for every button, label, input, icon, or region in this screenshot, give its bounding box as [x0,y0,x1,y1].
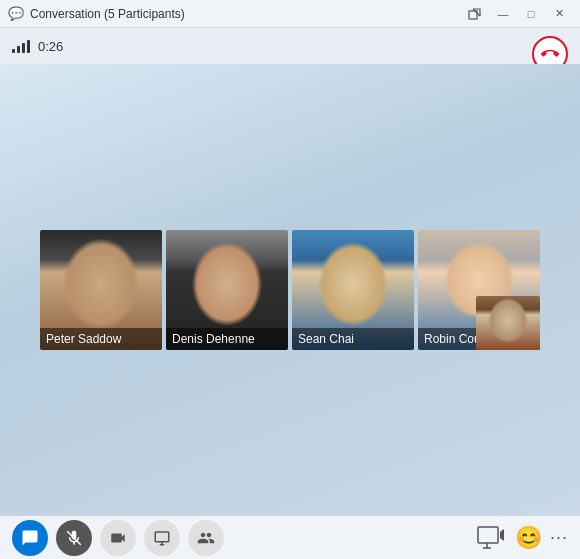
main-call-area: Peter Saddow Denis Dehenne Sean Chai Rob… [0,64,580,515]
conversation-icon: 💬 [8,6,24,21]
robin-container: Robin Counts [418,230,540,350]
popout-button[interactable] [462,3,488,25]
participant-tile-fifth[interactable] [476,296,540,350]
mute-button[interactable] [56,520,92,556]
window-controls: — □ ✕ [462,3,572,25]
participant-name-sean: Sean Chai [292,328,414,350]
more-options-button[interactable]: ··· [550,527,568,548]
present-button[interactable] [475,522,507,554]
close-button[interactable]: ✕ [546,3,572,25]
participant-tile-denis[interactable]: Denis Dehenne [166,230,288,350]
participants-button[interactable] [188,520,224,556]
participant-tile-sean[interactable]: Sean Chai [292,230,414,350]
chat-button[interactable] [12,520,48,556]
screen-share-button[interactable] [144,520,180,556]
title-left: 💬 Conversation (5 Participants) [8,6,185,21]
toolbar-left [12,520,224,556]
participant-name-peter: Peter Saddow [40,328,162,350]
restore-button[interactable]: □ [518,3,544,25]
emoji-button[interactable]: 😊 [515,525,542,551]
bottom-toolbar: 😊 ··· [0,515,580,559]
toolbar-right: 😊 ··· [475,522,568,554]
participant-name-denis: Denis Dehenne [166,328,288,350]
status-bar: 0:26 [0,28,580,64]
title-bar: 💬 Conversation (5 Participants) — □ ✕ [0,0,580,28]
video-button[interactable] [100,520,136,556]
minimize-button[interactable]: — [490,3,516,25]
svg-rect-3 [478,527,498,543]
window-title: Conversation (5 Participants) [30,7,185,21]
participants-row: Peter Saddow Denis Dehenne Sean Chai Rob… [40,230,540,350]
signal-strength-icon [12,39,30,53]
participant-tile-peter[interactable]: Peter Saddow [40,230,162,350]
call-timer: 0:26 [38,39,63,54]
